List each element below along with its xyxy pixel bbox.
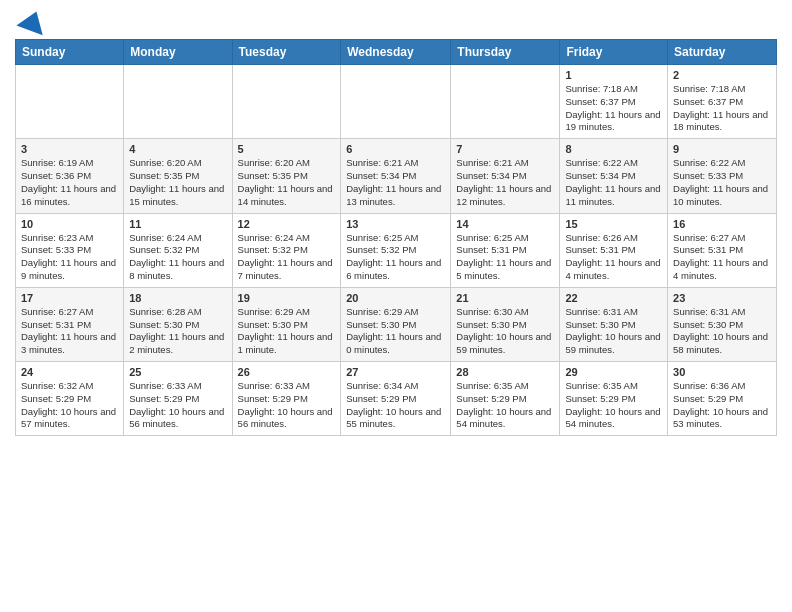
calendar-week-4: 17Sunrise: 6:27 AM Sunset: 5:31 PM Dayli…: [16, 287, 777, 361]
day-info: Sunrise: 6:23 AM Sunset: 5:33 PM Dayligh…: [21, 232, 118, 283]
day-header-thursday: Thursday: [451, 40, 560, 65]
calendar-cell: 25Sunrise: 6:33 AM Sunset: 5:29 PM Dayli…: [124, 362, 232, 436]
calendar-cell: 6Sunrise: 6:21 AM Sunset: 5:34 PM Daylig…: [341, 139, 451, 213]
day-info: Sunrise: 6:31 AM Sunset: 5:30 PM Dayligh…: [565, 306, 662, 357]
day-number: 27: [346, 366, 445, 378]
day-number: 16: [673, 218, 771, 230]
calendar-week-1: 1Sunrise: 7:18 AM Sunset: 6:37 PM Daylig…: [16, 65, 777, 139]
calendar-cell: 9Sunrise: 6:22 AM Sunset: 5:33 PM Daylig…: [668, 139, 777, 213]
day-number: 7: [456, 143, 554, 155]
day-number: 15: [565, 218, 662, 230]
day-info: Sunrise: 6:25 AM Sunset: 5:31 PM Dayligh…: [456, 232, 554, 283]
day-number: 28: [456, 366, 554, 378]
calendar-cell: 23Sunrise: 6:31 AM Sunset: 5:30 PM Dayli…: [668, 287, 777, 361]
day-number: 20: [346, 292, 445, 304]
day-info: Sunrise: 6:21 AM Sunset: 5:34 PM Dayligh…: [346, 157, 445, 208]
day-number: 19: [238, 292, 336, 304]
day-number: 1: [565, 69, 662, 81]
day-number: 12: [238, 218, 336, 230]
day-number: 18: [129, 292, 226, 304]
day-header-sunday: Sunday: [16, 40, 124, 65]
day-number: 4: [129, 143, 226, 155]
day-number: 17: [21, 292, 118, 304]
calendar-cell: [451, 65, 560, 139]
calendar-cell: 28Sunrise: 6:35 AM Sunset: 5:29 PM Dayli…: [451, 362, 560, 436]
day-info: Sunrise: 6:34 AM Sunset: 5:29 PM Dayligh…: [346, 380, 445, 431]
day-header-saturday: Saturday: [668, 40, 777, 65]
calendar-cell: 10Sunrise: 6:23 AM Sunset: 5:33 PM Dayli…: [16, 213, 124, 287]
calendar-cell: 18Sunrise: 6:28 AM Sunset: 5:30 PM Dayli…: [124, 287, 232, 361]
calendar-cell: 11Sunrise: 6:24 AM Sunset: 5:32 PM Dayli…: [124, 213, 232, 287]
day-info: Sunrise: 6:28 AM Sunset: 5:30 PM Dayligh…: [129, 306, 226, 357]
day-header-monday: Monday: [124, 40, 232, 65]
calendar-cell: [232, 65, 341, 139]
calendar-cell: 17Sunrise: 6:27 AM Sunset: 5:31 PM Dayli…: [16, 287, 124, 361]
day-number: 9: [673, 143, 771, 155]
calendar-cell: 16Sunrise: 6:27 AM Sunset: 5:31 PM Dayli…: [668, 213, 777, 287]
day-info: Sunrise: 6:30 AM Sunset: 5:30 PM Dayligh…: [456, 306, 554, 357]
day-number: 24: [21, 366, 118, 378]
calendar-cell: 5Sunrise: 6:20 AM Sunset: 5:35 PM Daylig…: [232, 139, 341, 213]
calendar-cell: 26Sunrise: 6:33 AM Sunset: 5:29 PM Dayli…: [232, 362, 341, 436]
calendar-cell: 12Sunrise: 6:24 AM Sunset: 5:32 PM Dayli…: [232, 213, 341, 287]
header: [15, 10, 777, 31]
day-info: Sunrise: 6:20 AM Sunset: 5:35 PM Dayligh…: [238, 157, 336, 208]
calendar-cell: 22Sunrise: 6:31 AM Sunset: 5:30 PM Dayli…: [560, 287, 668, 361]
day-number: 5: [238, 143, 336, 155]
day-number: 6: [346, 143, 445, 155]
day-number: 8: [565, 143, 662, 155]
day-number: 25: [129, 366, 226, 378]
calendar-cell: 1Sunrise: 7:18 AM Sunset: 6:37 PM Daylig…: [560, 65, 668, 139]
day-info: Sunrise: 6:25 AM Sunset: 5:32 PM Dayligh…: [346, 232, 445, 283]
calendar-cell: 8Sunrise: 6:22 AM Sunset: 5:34 PM Daylig…: [560, 139, 668, 213]
day-info: Sunrise: 6:24 AM Sunset: 5:32 PM Dayligh…: [238, 232, 336, 283]
calendar-cell: 27Sunrise: 6:34 AM Sunset: 5:29 PM Dayli…: [341, 362, 451, 436]
calendar-cell: 2Sunrise: 7:18 AM Sunset: 6:37 PM Daylig…: [668, 65, 777, 139]
day-info: Sunrise: 6:29 AM Sunset: 5:30 PM Dayligh…: [238, 306, 336, 357]
logo-triangle-icon: [16, 7, 49, 35]
day-info: Sunrise: 6:35 AM Sunset: 5:29 PM Dayligh…: [456, 380, 554, 431]
day-info: Sunrise: 6:22 AM Sunset: 5:34 PM Dayligh…: [565, 157, 662, 208]
day-number: 3: [21, 143, 118, 155]
logo: [15, 15, 47, 31]
calendar-cell: 24Sunrise: 6:32 AM Sunset: 5:29 PM Dayli…: [16, 362, 124, 436]
calendar-header-row: SundayMondayTuesdayWednesdayThursdayFrid…: [16, 40, 777, 65]
calendar-cell: 7Sunrise: 6:21 AM Sunset: 5:34 PM Daylig…: [451, 139, 560, 213]
day-number: 11: [129, 218, 226, 230]
day-number: 13: [346, 218, 445, 230]
page: SundayMondayTuesdayWednesdayThursdayFrid…: [0, 0, 792, 446]
calendar-cell: [16, 65, 124, 139]
day-number: 21: [456, 292, 554, 304]
day-info: Sunrise: 6:22 AM Sunset: 5:33 PM Dayligh…: [673, 157, 771, 208]
day-number: 22: [565, 292, 662, 304]
day-number: 30: [673, 366, 771, 378]
calendar-cell: 4Sunrise: 6:20 AM Sunset: 5:35 PM Daylig…: [124, 139, 232, 213]
day-info: Sunrise: 6:27 AM Sunset: 5:31 PM Dayligh…: [21, 306, 118, 357]
day-number: 14: [456, 218, 554, 230]
calendar-cell: [341, 65, 451, 139]
day-info: Sunrise: 6:33 AM Sunset: 5:29 PM Dayligh…: [129, 380, 226, 431]
day-info: Sunrise: 6:31 AM Sunset: 5:30 PM Dayligh…: [673, 306, 771, 357]
day-info: Sunrise: 6:24 AM Sunset: 5:32 PM Dayligh…: [129, 232, 226, 283]
day-info: Sunrise: 6:20 AM Sunset: 5:35 PM Dayligh…: [129, 157, 226, 208]
day-info: Sunrise: 6:27 AM Sunset: 5:31 PM Dayligh…: [673, 232, 771, 283]
calendar-cell: 20Sunrise: 6:29 AM Sunset: 5:30 PM Dayli…: [341, 287, 451, 361]
day-info: Sunrise: 6:21 AM Sunset: 5:34 PM Dayligh…: [456, 157, 554, 208]
day-info: Sunrise: 6:36 AM Sunset: 5:29 PM Dayligh…: [673, 380, 771, 431]
calendar-week-5: 24Sunrise: 6:32 AM Sunset: 5:29 PM Dayli…: [16, 362, 777, 436]
day-header-wednesday: Wednesday: [341, 40, 451, 65]
calendar-cell: 3Sunrise: 6:19 AM Sunset: 5:36 PM Daylig…: [16, 139, 124, 213]
day-number: 2: [673, 69, 771, 81]
day-header-tuesday: Tuesday: [232, 40, 341, 65]
calendar-cell: 21Sunrise: 6:30 AM Sunset: 5:30 PM Dayli…: [451, 287, 560, 361]
day-info: Sunrise: 7:18 AM Sunset: 6:37 PM Dayligh…: [673, 83, 771, 134]
day-info: Sunrise: 6:19 AM Sunset: 5:36 PM Dayligh…: [21, 157, 118, 208]
day-number: 23: [673, 292, 771, 304]
logo-icon: [15, 15, 47, 31]
calendar-cell: 19Sunrise: 6:29 AM Sunset: 5:30 PM Dayli…: [232, 287, 341, 361]
day-number: 29: [565, 366, 662, 378]
day-number: 26: [238, 366, 336, 378]
day-info: Sunrise: 6:26 AM Sunset: 5:31 PM Dayligh…: [565, 232, 662, 283]
calendar-cell: 13Sunrise: 6:25 AM Sunset: 5:32 PM Dayli…: [341, 213, 451, 287]
calendar-cell: 15Sunrise: 6:26 AM Sunset: 5:31 PM Dayli…: [560, 213, 668, 287]
